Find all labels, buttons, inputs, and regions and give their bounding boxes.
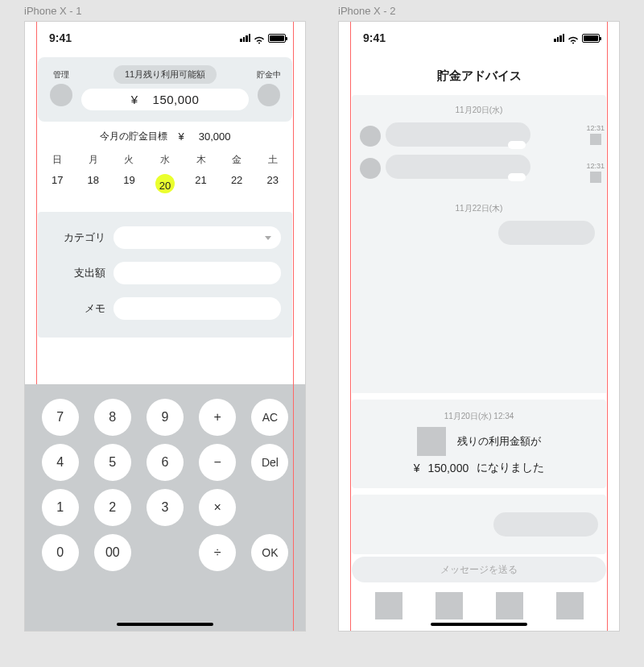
key-8[interactable]: 8 (94, 399, 131, 436)
home-indicator[interactable] (431, 623, 527, 626)
notice-suffix: になりました (477, 461, 544, 475)
manage-icon (50, 84, 72, 106)
calendar-day-header: 木 (183, 153, 219, 167)
balance-header: 管理 11月残り利用可能額 ¥ 150,000 貯金中 (38, 57, 292, 122)
notice-icon (417, 427, 446, 456)
status-time: 9:41 (363, 31, 386, 44)
amount-label: 支出額 (49, 266, 105, 280)
status-icons (240, 34, 286, 43)
currency-symbol: ¥ (131, 93, 138, 106)
tab-2[interactable] (436, 592, 463, 619)
calendar-date[interactable]: 20 (147, 172, 184, 196)
calendar-date[interactable]: 18 (76, 172, 112, 196)
wifi-icon (568, 34, 579, 42)
tab-bar (339, 592, 619, 619)
chat-scroll[interactable]: 11月20日(水) 12:31 12:31 11月22日(木) (352, 95, 606, 393)
frame-label-2: iPhone X - 2 (338, 5, 396, 17)
goal-currency: ¥ (179, 130, 184, 143)
key-9[interactable]: 9 (147, 399, 184, 436)
key-4[interactable]: 4 (42, 444, 79, 481)
date-separator: 11月22日(木) (360, 200, 598, 221)
memo-input[interactable] (114, 297, 281, 320)
goal-amount: 30,000 (199, 130, 231, 143)
key-2[interactable]: 2 (94, 489, 131, 526)
chat-message-2 (360, 155, 598, 179)
read-icon (590, 134, 601, 145)
key-5[interactable]: 5 (94, 444, 131, 481)
category-select[interactable] (114, 226, 281, 249)
key-÷[interactable]: ÷ (199, 534, 236, 571)
message-bubble-self (498, 221, 595, 245)
key-×[interactable]: × (199, 489, 236, 526)
key-7[interactable]: 7 (42, 399, 79, 436)
compose-input[interactable]: メッセージを送る (352, 557, 606, 582)
key-3[interactable]: 3 (147, 489, 184, 526)
avatar (360, 126, 381, 147)
saving-icon (258, 84, 280, 106)
key-6[interactable]: 6 (147, 444, 184, 481)
calendar-day-header: 金 (219, 153, 255, 167)
home-indicator[interactable] (117, 623, 213, 626)
reply-section (352, 495, 606, 554)
notice-currency: ¥ (414, 462, 420, 474)
key-1[interactable]: 1 (42, 489, 79, 526)
key-+[interactable]: + (199, 399, 236, 436)
memo-label: メモ (49, 301, 105, 316)
notice-timestamp: 11月20日(水) 12:34 (363, 411, 595, 422)
message-bubble-self (493, 512, 598, 536)
calendar-day-header: 土 (254, 153, 291, 167)
notice-amount: 150,000 (428, 462, 469, 474)
key-0[interactable]: 0 (42, 534, 79, 571)
frame-label-1: iPhone X - 1 (24, 5, 82, 17)
key-del[interactable]: Del (251, 444, 288, 481)
keypad: 789+AC456−Del123×000÷OK (25, 384, 305, 631)
phone-frame-2: 9:41 貯金アドバイス 11月20日(水) 12:31 12:31 11月22… (338, 21, 620, 632)
tab-3[interactable] (496, 592, 523, 619)
signal-icon (554, 34, 564, 42)
calendar-day-header: 日 (39, 153, 76, 167)
calendar-day-header: 火 (111, 153, 147, 167)
key-ac[interactable]: AC (251, 399, 288, 436)
battery-icon (582, 34, 600, 43)
status-icons (554, 34, 600, 43)
balance-display: ¥ 150,000 (81, 89, 249, 110)
battery-icon (268, 34, 286, 43)
calendar-date[interactable]: 17 (39, 172, 76, 196)
balance-notice: 11月20日(水) 12:34 残りの利用金額が ¥ 150,000 になりまし… (352, 400, 606, 488)
avatar (360, 158, 381, 179)
calendar-date[interactable]: 22 (219, 172, 255, 196)
key-ok[interactable]: OK (251, 534, 288, 571)
goal-label: 今月の貯金目標 (100, 130, 167, 143)
key-00[interactable]: 00 (94, 534, 131, 571)
status-bar: 9:41 (25, 22, 305, 54)
phone-frame-1: 9:41 管理 11月残り利用可能額 ¥ 150,000 貯金中 (24, 21, 306, 632)
date-separator: 11月20日(水) (360, 102, 598, 122)
chat-message-1 (360, 122, 598, 147)
saving-button[interactable]: 貯金中 (255, 69, 283, 106)
calendar-day-header: 水 (147, 153, 184, 167)
balance-amount: 150,000 (153, 93, 200, 106)
calendar-day-header: 月 (76, 153, 112, 167)
message-timestamp-1: 12:31 (586, 124, 605, 145)
tab-4[interactable] (556, 592, 584, 619)
read-icon (590, 172, 601, 183)
category-label: カテゴリ (49, 230, 105, 245)
notice-line1: 残りの利用金額が (457, 434, 541, 449)
page-title: 貯金アドバイス (339, 54, 619, 95)
signal-icon (240, 34, 250, 42)
calendar-date[interactable]: 21 (183, 172, 219, 196)
manage-label: 管理 (53, 69, 69, 81)
manage-button[interactable]: 管理 (47, 69, 75, 106)
calendar: 日月火水木金土 17181920212223 (25, 150, 305, 202)
calendar-date[interactable]: 19 (111, 172, 147, 196)
entry-form: カテゴリ 支出額 メモ (38, 212, 292, 338)
key-−[interactable]: − (199, 444, 236, 481)
amount-input[interactable] (114, 262, 281, 284)
calendar-date[interactable]: 23 (254, 172, 291, 196)
status-time: 9:41 (49, 31, 72, 44)
saving-label: 貯金中 (257, 69, 281, 81)
status-bar: 9:41 (339, 22, 619, 54)
goal-row: 今月の貯金目標 ¥ 30,000 (25, 122, 305, 150)
balance-title: 11月残り利用可能額 (114, 65, 217, 84)
tab-1[interactable] (375, 592, 402, 619)
